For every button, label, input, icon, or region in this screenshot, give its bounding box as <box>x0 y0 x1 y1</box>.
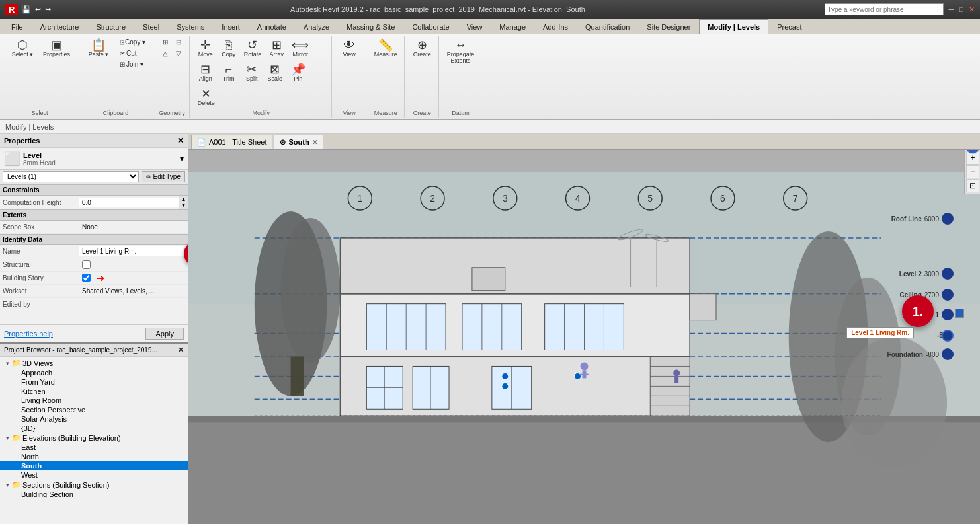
section-constraints[interactable]: Constraints <box>0 184 188 196</box>
properties-footer: Properties help Apply <box>0 324 188 342</box>
tab-systems[interactable]: Systems <box>168 19 213 34</box>
properties-close-btn[interactable]: ✕ <box>177 136 184 145</box>
maximize-btn[interactable]: □ <box>959 5 963 13</box>
tree-item-building-section[interactable]: Building Section <box>0 490 188 499</box>
project-browser-title: Project Browser - rac_basic_sample_proje… <box>4 346 157 354</box>
tab-precast[interactable]: Precast <box>768 19 810 34</box>
tab-view[interactable]: View <box>458 19 491 34</box>
close-btn[interactable]: ✕ <box>969 5 975 14</box>
fit-view-btn[interactable]: ⊡ <box>966 179 979 192</box>
window-title: Autodesk Revit 2019.2 - rac_basic_sample… <box>51 5 824 13</box>
tab-a001[interactable]: 📄 A001 - Title Sheet <box>191 135 272 149</box>
south-icon: ⊙ <box>280 138 286 147</box>
select-btn[interactable]: ⬡ Select ▾ <box>7 37 38 59</box>
paste-btn[interactable]: 📋 Paste ▾ <box>83 37 114 59</box>
trim-btn[interactable]: ⌐Trim <box>218 61 239 84</box>
join-btn[interactable]: ⊞Join ▾ <box>116 59 149 69</box>
3d-views-icon: 📁 <box>12 359 21 367</box>
tab-south[interactable]: ⊙ South ✕ <box>274 135 323 149</box>
3d-label: {3D} <box>21 424 35 432</box>
tab-annotate[interactable]: Annotate <box>249 19 295 34</box>
prop-value-name[interactable] <box>79 246 188 256</box>
tree-item-solar-analysis[interactable]: Solar Analysis <box>0 414 188 424</box>
breadcrumb-text: Modify | Levels <box>5 123 54 131</box>
delete-btn[interactable]: ✕Delete <box>195 86 218 108</box>
tab-modify-levels[interactable]: Modify | Levels <box>699 19 768 34</box>
properties-btn[interactable]: ▣ Properties <box>40 37 73 59</box>
prop-checkbox-building-story[interactable] <box>82 274 91 282</box>
tab-quantification[interactable]: Quantification <box>577 19 638 34</box>
tree-sections-header[interactable]: ▾ 📁 Sections (Building Section) <box>0 480 188 490</box>
copy-modify-btn[interactable]: ⎘Copy <box>218 37 239 59</box>
type-dropdown-btn[interactable]: ▾ <box>180 154 184 163</box>
from-yard-label: From Yard <box>21 378 55 386</box>
south-tab-close[interactable]: ✕ <box>312 139 317 146</box>
tree-item-east[interactable]: East <box>0 443 188 452</box>
array-btn[interactable]: ⊞Array <box>266 37 287 59</box>
tab-file[interactable]: File <box>3 19 32 34</box>
tree-item-west[interactable]: West <box>0 470 188 480</box>
tree-elevations-header[interactable]: ▾ 📁 Elevations (Building Elevation) <box>0 433 188 443</box>
tree-item-from-yard[interactable]: From Yard <box>0 377 188 387</box>
tab-architecture[interactable]: Architecture <box>32 19 88 34</box>
tab-collaborate[interactable]: Collaborate <box>403 19 458 34</box>
tree-3d-views-header[interactable]: ▾ 📁 3D Views <box>0 358 188 368</box>
pin-btn[interactable]: 📌Pin <box>288 61 309 84</box>
expand-3d-views[interactable]: ▾ <box>3 360 12 367</box>
instance-select[interactable]: Levels (1) <box>3 171 139 182</box>
tree-item-south[interactable]: South <box>0 461 188 470</box>
split-btn[interactable]: ✂Split <box>241 61 263 84</box>
expand-elevations[interactable]: ▾ <box>3 435 12 441</box>
edit-type-btn[interactable]: ✏ Edit Type <box>142 171 185 182</box>
tab-insert[interactable]: Insert <box>213 19 249 34</box>
tab-analyze[interactable]: Analyze <box>295 19 338 34</box>
roof-line-name: Roof Line <box>891 215 922 223</box>
search-input[interactable] <box>825 3 944 15</box>
undo-btn[interactable]: ↩ <box>35 5 41 14</box>
scroll-up-btn[interactable]: ▲ <box>181 196 186 202</box>
tab-structure[interactable]: Structure <box>87 19 134 34</box>
tab-massing-site[interactable]: Massing & Site <box>338 19 403 34</box>
redo-btn[interactable]: ↪ <box>45 5 51 14</box>
copy-btn[interactable]: ⎘Copy ▾ <box>116 37 149 47</box>
tab-manage[interactable]: Manage <box>491 19 534 34</box>
canvas-area[interactable]: 1 2 3 4 5 6 7 <box>188 150 980 524</box>
tree-item-kitchen[interactable]: Kitchen <box>0 387 188 396</box>
zoom-out-btn[interactable]: − <box>966 165 979 178</box>
align-btn[interactable]: ⊟Align <box>195 61 216 84</box>
geo-btn-4[interactable]: ▽ <box>173 48 184 58</box>
geo-btn-1[interactable]: ⊞ <box>159 37 171 47</box>
section-extents[interactable]: Extents <box>0 209 188 221</box>
kitchen-label: Kitchen <box>21 387 46 395</box>
prop-value-computation-height[interactable] <box>79 198 179 207</box>
tree-item-living-room[interactable]: Living Room <box>0 396 188 405</box>
section-identity-data[interactable]: Identity Data <box>0 234 188 245</box>
prop-label-building-story: Building Story <box>0 273 79 283</box>
tab-site-designer[interactable]: Site Designer <box>638 19 699 34</box>
move-btn[interactable]: ✛Move <box>195 37 216 59</box>
properties-help-link[interactable]: Properties help <box>4 330 53 338</box>
view-btn[interactable]: 👁View <box>339 37 360 59</box>
tree-item-section-perspective[interactable]: Section Perspective <box>0 405 188 414</box>
geo-btn-3[interactable]: △ <box>159 48 171 58</box>
quick-access-btn[interactable]: 💾 <box>22 5 31 14</box>
geo-btn-2[interactable]: ⊟ <box>173 37 184 47</box>
tree-item-north[interactable]: North <box>0 452 188 461</box>
project-browser-close-btn[interactable]: ✕ <box>178 346 184 354</box>
rotate-btn[interactable]: ↺Rotate <box>241 37 265 59</box>
mirror-btn[interactable]: ⟺Mirror <box>289 37 311 59</box>
create-btn[interactable]: ⊕Create <box>411 37 434 59</box>
tree-item-approach[interactable]: Approach <box>0 368 188 377</box>
tab-addins[interactable]: Add-Ins <box>534 19 577 34</box>
cut-btn[interactable]: ✂Cut <box>116 48 149 58</box>
tree-item-3d[interactable]: {3D} <box>0 424 188 433</box>
tab-steel[interactable]: Steel <box>134 19 168 34</box>
minimize-btn[interactable]: ─ <box>949 5 954 13</box>
prop-checkbox-structural[interactable] <box>82 260 91 269</box>
expand-sections[interactable]: ▾ <box>3 482 12 488</box>
scale-btn[interactable]: ⊠Scale <box>265 61 286 84</box>
apply-btn[interactable]: Apply <box>145 328 184 340</box>
propagate-extents-btn[interactable]: ↔ PropagateExtents <box>444 37 477 66</box>
scroll-down-btn[interactable]: ▼ <box>181 202 186 208</box>
measure-btn[interactable]: 📏Measure <box>372 37 400 59</box>
